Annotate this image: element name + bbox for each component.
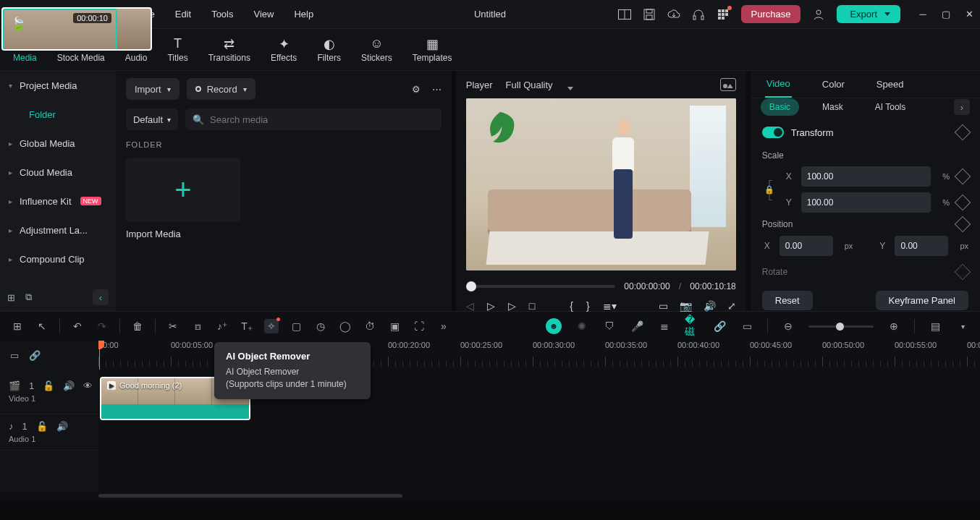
link-tracks-icon[interactable]: 🔗	[29, 350, 41, 361]
tree-global-media[interactable]: ▸Global Media	[0, 129, 116, 158]
play-forward-icon[interactable]: ▷	[508, 300, 516, 312]
lock-track-icon[interactable]: 🔓	[36, 421, 48, 432]
volume-icon[interactable]: 🔊	[704, 300, 716, 312]
freeze-frame-icon[interactable]: ⏱	[363, 319, 377, 333]
transform-toggle[interactable]	[762, 127, 784, 138]
mask-tool-icon[interactable]: ▢	[289, 319, 303, 333]
tree-folder[interactable]: Folder	[0, 100, 116, 129]
menu-view[interactable]: View	[253, 9, 274, 20]
zoom-out-icon[interactable]: ⊖	[781, 319, 795, 333]
text-icon[interactable]: T₊	[240, 319, 254, 333]
tab-effects[interactable]: ✦Effects	[271, 36, 297, 63]
speed-icon[interactable]: ◷	[313, 319, 328, 333]
scrub-knob[interactable]	[466, 281, 476, 291]
minimize-icon[interactable]: ─	[918, 9, 928, 20]
position-y-input[interactable]: 0.00	[895, 236, 948, 256]
subtab-more-icon[interactable]: ›	[954, 99, 970, 115]
subtab-basic[interactable]: Basic	[761, 98, 799, 116]
prev-frame-icon[interactable]: ◁	[466, 300, 474, 312]
sort-dropdown[interactable]: Default▾	[126, 108, 178, 130]
visibility-icon[interactable]: 👁	[83, 380, 93, 391]
clip-menu-icon[interactable]: ≣▾	[603, 300, 617, 312]
lock-track-icon[interactable]: 🔓	[43, 380, 54, 391]
search-input[interactable]	[210, 114, 434, 125]
save-icon[interactable]	[643, 8, 656, 21]
layout-icon[interactable]	[618, 8, 631, 21]
snapshot-icon[interactable]: ▭	[740, 319, 754, 333]
record-button[interactable]: Record▾	[187, 78, 255, 100]
more-tools-icon[interactable]: »	[436, 319, 451, 333]
cloud-icon[interactable]	[667, 8, 680, 21]
ai-assistant-icon[interactable]: ☻	[546, 318, 562, 334]
inspector-tab-speed[interactable]: Speed	[875, 72, 905, 97]
export-button[interactable]: Export	[837, 5, 900, 23]
new-bin-icon[interactable]: ⧉	[25, 291, 32, 303]
tree-influence-kit[interactable]: ▸Influence KitNEW	[0, 187, 116, 216]
timeline-scrollbar[interactable]	[98, 493, 980, 500]
timeline-mode-icon[interactable]: ▭	[10, 350, 19, 361]
mute-track-icon[interactable]: 🔊	[63, 380, 75, 391]
selection-tool-icon[interactable]: ↖	[35, 319, 49, 333]
view-mode-icon[interactable]: ▤	[928, 319, 942, 333]
scale-y-input[interactable]: 100.00	[801, 192, 931, 213]
subtab-ai-tools[interactable]: AI Tools	[866, 98, 914, 116]
more-icon[interactable]: ⋯	[432, 84, 442, 95]
track-manager-icon[interactable]: ⊞	[10, 319, 25, 333]
crop-icon[interactable]: ⧈	[190, 319, 205, 333]
keyframe-icon[interactable]	[955, 216, 971, 233]
keyframe-icon[interactable]	[955, 169, 971, 185]
scrub-track[interactable]	[466, 285, 616, 288]
purchase-button[interactable]: Purchase	[741, 5, 801, 23]
tab-stickers[interactable]: ☺Stickers	[361, 36, 392, 63]
voiceover-icon[interactable]: 🎤	[630, 319, 644, 333]
mark-out-icon[interactable]: }	[586, 300, 590, 312]
audio-detach-icon[interactable]: ♪⁺	[215, 319, 229, 333]
tree-compound-clip[interactable]: ▸Compound Clip	[0, 244, 116, 273]
scale-x-input[interactable]: 100.00	[801, 166, 931, 187]
play-icon[interactable]: ▷	[487, 300, 495, 312]
tree-cloud-media[interactable]: ▸Cloud Media	[0, 158, 116, 187]
lock-icon[interactable]: 🔒	[764, 185, 774, 195]
fullscreen-icon[interactable]: ⤢	[727, 300, 736, 312]
snapshot-mode-icon[interactable]	[720, 78, 736, 91]
keyframe-panel-button[interactable]: Keyframe Panel	[876, 291, 969, 310]
quality-dropdown[interactable]: Full Quality	[503, 80, 575, 90]
expand-tool-icon[interactable]: ⛶	[412, 319, 426, 333]
subtab-mask[interactable]: Mask	[814, 98, 852, 116]
mixer-icon[interactable]: ≣	[657, 319, 672, 333]
mark-in-icon[interactable]: {	[570, 300, 573, 312]
keyframe-tool-icon[interactable]: ▣	[387, 319, 402, 333]
playhead[interactable]	[99, 341, 100, 370]
zoom-knob[interactable]	[836, 323, 844, 331]
inspector-tab-color[interactable]: Color	[821, 72, 846, 97]
menu-help[interactable]: Help	[294, 9, 313, 20]
maximize-icon[interactable]: ▢	[941, 9, 951, 20]
media-clip-thumb[interactable]: 🍃 00:00:10 ✓ Good morning (2)	[1, 7, 152, 51]
headphones-icon[interactable]	[692, 8, 705, 21]
import-thumb[interactable]: + Import Media	[126, 158, 240, 239]
display-icon[interactable]: ▭	[659, 300, 668, 312]
tab-titles[interactable]: TTitles	[167, 36, 187, 63]
tab-transitions[interactable]: ⇄Transitions	[208, 36, 250, 63]
marker-shield-icon[interactable]: ⛉	[602, 319, 617, 333]
collapse-sidebar-icon[interactable]: ‹	[93, 289, 109, 305]
preview-canvas[interactable]	[466, 98, 736, 270]
menu-edit[interactable]: Edit	[175, 9, 191, 20]
camera-icon[interactable]: 📷	[680, 300, 692, 312]
split-icon[interactable]: ✂	[166, 319, 180, 333]
keyframe-icon[interactable]	[955, 195, 971, 211]
zoom-in-icon[interactable]: ⊕	[887, 319, 901, 333]
color-icon[interactable]: ◯	[338, 319, 352, 333]
position-x-input[interactable]: 0.00	[780, 236, 833, 256]
mute-track-icon[interactable]: 🔊	[56, 421, 68, 432]
redo-icon[interactable]: ↷	[95, 319, 109, 333]
keyframe-icon[interactable]	[955, 264, 971, 281]
tree-adjustment-layer[interactable]: ▸Adjustment La...	[0, 216, 116, 244]
filter-icon[interactable]: ⚙	[412, 84, 421, 95]
tab-filters[interactable]: ◐Filters	[317, 36, 341, 63]
ai-object-remover-icon[interactable]: ✧	[264, 319, 279, 333]
delete-icon[interactable]: 🗑	[130, 319, 145, 333]
account-icon[interactable]	[812, 8, 825, 21]
apps-grid-icon[interactable]	[717, 8, 730, 21]
new-folder-icon[interactable]: ⊞	[7, 292, 15, 303]
